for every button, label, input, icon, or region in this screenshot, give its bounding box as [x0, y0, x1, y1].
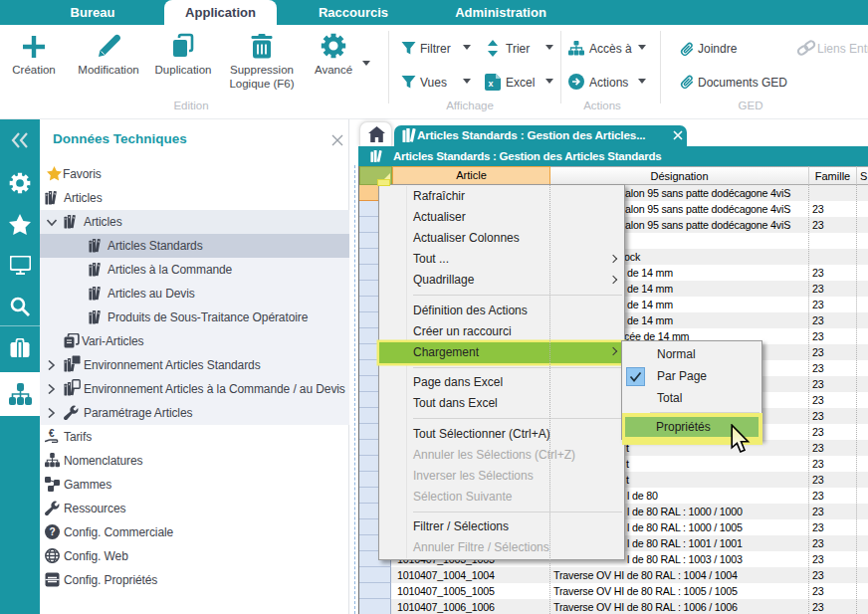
svg-text:x: x	[488, 79, 493, 89]
svg-text:€: €	[49, 428, 55, 439]
svg-text:?: ?	[49, 526, 55, 537]
